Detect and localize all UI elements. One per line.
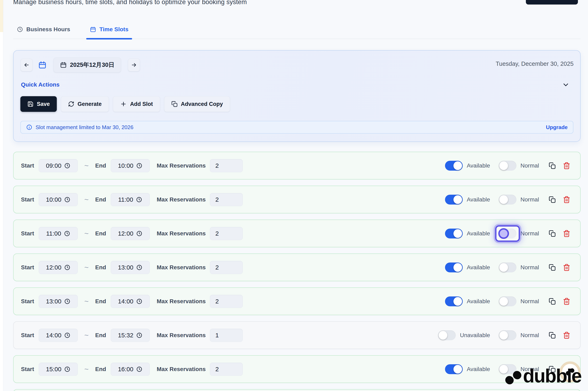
toggle-knob [453,365,462,374]
toggle-knob [499,331,508,340]
tab-time-slots[interactable]: Time Slots [86,20,132,39]
end-time-value: 14:00 [118,298,133,305]
start-time-value: 14:00 [46,332,61,339]
mode-toggle[interactable] [499,296,516,306]
duplicate-slot-button[interactable] [548,229,556,238]
delete-slot-button[interactable] [563,297,571,305]
start-time-input[interactable]: 15:00 [39,363,78,376]
start-time-input[interactable]: 13:00 [39,295,78,308]
max-reservations-value: 2 [215,230,219,237]
toggle-knob [499,195,508,204]
end-time-value: 15:32 [118,332,133,339]
mode-toggle[interactable] [499,263,516,272]
start-label: Start [21,366,34,373]
start-label: Start [21,332,34,339]
chevron-down-icon[interactable] [563,81,569,88]
end-time-value: 13:00 [118,264,133,271]
date-navigation: 2025年12月30日 [20,58,140,72]
start-time-input[interactable]: 11:00 [39,227,78,240]
duplicate-slot-button[interactable] [548,365,556,373]
next-day-button[interactable] [128,59,140,71]
mode-toggle-wrap [499,263,516,272]
start-time-input[interactable]: 14:00 [39,329,78,342]
tab-business-hours[interactable]: Business Hours [13,20,74,39]
delete-slot-button[interactable] [563,229,571,238]
availability-toggle[interactable] [445,263,463,272]
max-reservations-value: 2 [215,162,219,169]
mode-toggle[interactable] [499,195,516,204]
trash-icon [563,230,570,237]
end-time-input[interactable]: 13:00 [111,261,150,274]
availability-toggle[interactable] [445,195,463,204]
active-tab-indicator [86,38,132,39]
availability-toggle[interactable] [445,229,463,238]
availability-label: Available [467,366,490,373]
delete-slot-button[interactable] [563,162,571,170]
upgrade-link[interactable]: Upgrade [546,124,568,130]
copy-icon [549,230,556,237]
clock-icon [136,163,142,169]
end-label: End [95,230,106,237]
end-time-input[interactable]: 14:00 [111,295,150,308]
duplicate-slot-button[interactable] [548,297,556,305]
mode-toggle[interactable] [499,364,516,374]
start-time-value: 13:00 [46,298,61,305]
add-slot-button[interactable]: Add Slot [113,96,160,112]
availability-toggle[interactable] [445,161,463,171]
copy-icon [549,196,556,203]
date-picker-button[interactable]: 2025年12月30日 [53,58,121,72]
arrow-right-icon [131,62,137,68]
end-label: End [95,298,106,305]
max-reservations-input[interactable]: 2 [210,295,243,308]
max-reservations-input[interactable]: 2 [210,159,243,172]
delete-slot-button[interactable] [563,263,571,272]
availability-label: Available [467,230,490,237]
time-slot-row: Start 14:00 ~ End 15:32 Max Reservations… [13,321,581,349]
delete-slot-button[interactable] [563,196,571,204]
start-time-input[interactable]: 12:00 [39,261,78,274]
time-slot-row: Start 10:00 ~ End 11:00 Max Reservations… [13,186,581,213]
duplicate-slot-button[interactable] [548,196,556,204]
availability-toggle[interactable] [445,296,463,306]
max-reservations-input[interactable]: 1 [210,329,243,342]
start-time-input[interactable]: 10:00 [39,193,78,206]
info-icon [26,124,32,130]
start-time-value: 11:00 [46,230,61,237]
end-time-input[interactable]: 10:00 [111,159,150,172]
availability-toggle[interactable] [438,330,456,340]
start-label: Start [21,264,34,271]
max-reservations-input[interactable]: 2 [210,363,243,376]
save-button[interactable]: Save [20,96,57,112]
mode-toggle[interactable] [499,161,516,171]
end-time-input[interactable]: 12:00 [111,227,150,240]
max-reservations-input[interactable]: 2 [210,193,243,206]
delete-slot-button[interactable] [563,331,571,339]
mode-toggle[interactable] [499,330,516,340]
delete-slot-button[interactable] [563,365,571,373]
duplicate-slot-button[interactable] [548,162,556,170]
toggle-knob [453,229,462,238]
start-time-input[interactable]: 09:00 [39,159,78,172]
previous-day-button[interactable] [20,59,32,71]
primary-action-button-cutoff[interactable] [526,0,578,4]
upgrade-banner: Slot management limited to Mar 30, 2026 … [20,121,573,134]
advanced-copy-button[interactable]: Advanced Copy [164,96,230,112]
end-time-input[interactable]: 15:32 [111,329,150,342]
copy-icon [549,298,556,305]
availability-label: Available [467,162,490,169]
duplicate-slot-button[interactable] [548,331,556,339]
calendar-icon [60,62,67,68]
generate-button[interactable]: Generate [61,96,109,112]
end-time-input[interactable]: 16:00 [111,363,150,376]
max-reservations-input[interactable]: 2 [210,261,243,274]
calendar-accent-icon[interactable] [38,61,46,69]
range-separator: ~ [84,297,89,306]
max-reservations-value: 2 [215,196,219,203]
max-reservations-input[interactable]: 2 [210,227,243,240]
end-time-input[interactable]: 11:00 [111,193,150,206]
max-reservations-label: Max Reservations [157,264,206,271]
end-label: End [95,162,106,169]
availability-label: Unavailable [460,332,490,339]
duplicate-slot-button[interactable] [548,263,556,272]
availability-toggle[interactable] [445,364,463,374]
